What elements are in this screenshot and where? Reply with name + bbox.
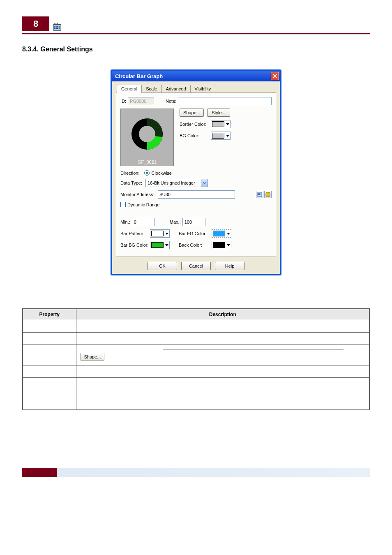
keypad-button[interactable]	[256, 191, 263, 198]
min-label: Min.:	[120, 220, 130, 224]
keypad-icon	[257, 192, 262, 197]
table-row	[23, 333, 369, 345]
tab-scale[interactable]: Scale	[141, 85, 162, 92]
svg-rect-1	[54, 26, 55, 28]
max-label: Max.:	[170, 220, 181, 224]
bar-bg-color-picker[interactable]	[150, 241, 170, 249]
data-type-select[interactable]: 16-Bit Unsigned Integer	[145, 179, 208, 187]
ok-button[interactable]: OK	[148, 262, 177, 270]
id-label: ID:	[120, 99, 126, 104]
svg-rect-7	[57, 28, 58, 29]
tab-advanced[interactable]: Advanced	[161, 85, 191, 92]
min-field[interactable]: 0	[132, 218, 155, 226]
close-icon	[272, 74, 277, 79]
table-row: Shape...	[23, 345, 369, 365]
svg-rect-12	[258, 193, 259, 194]
bar-fg-label: Bar FG Color:	[179, 231, 210, 236]
id-field: PG0000	[128, 97, 154, 105]
circular-graph-icon	[129, 116, 165, 152]
svg-rect-18	[266, 192, 270, 197]
monitor-address-label: Monitor Address:	[120, 192, 154, 197]
direction-clockwise-label: Clockwise	[151, 171, 172, 176]
help-button[interactable]: Help	[215, 262, 244, 270]
border-color-picker[interactable]	[211, 120, 231, 128]
divider	[163, 349, 344, 349]
header-rule-shadow	[22, 35, 370, 35]
shape-preview: GF_0021	[120, 109, 174, 166]
bg-color-label: BG Color:	[180, 133, 209, 138]
direction-clockwise-radio[interactable]	[144, 170, 150, 176]
border-color-label: Border Color:	[180, 122, 209, 127]
table-row	[23, 378, 369, 390]
chapter-number: 8	[22, 16, 49, 31]
note-label: Note:	[166, 99, 176, 104]
dialog-circular-bar-graph: Circular Bar Graph General Scale Advance…	[111, 69, 281, 275]
svg-rect-4	[59, 26, 60, 28]
bar-fg-color-picker[interactable]	[212, 229, 231, 238]
shape-button[interactable]: Shape...	[180, 109, 204, 117]
bar-pattern-label: Bar Pattern:	[120, 231, 148, 236]
svg-rect-17	[261, 194, 261, 195]
chevron-down-icon	[201, 179, 208, 187]
svg-rect-16	[259, 194, 260, 195]
data-type-value: 16-Bit Unsigned Integer	[146, 180, 201, 186]
tab-general[interactable]: General	[117, 85, 142, 93]
monitor-address-field[interactable]: $U80	[158, 190, 235, 199]
document-icon	[53, 22, 62, 31]
tag-browse-button[interactable]	[264, 191, 272, 198]
cancel-button[interactable]: Cancel	[181, 262, 211, 270]
header-rule	[22, 33, 370, 34]
section-heading: 8.3.4. General Settings	[22, 46, 370, 53]
tab-visibility[interactable]: Visibility	[190, 85, 216, 92]
col-description: Description	[76, 309, 369, 320]
close-button[interactable]	[271, 72, 279, 80]
table-row	[23, 320, 369, 333]
bar-pattern-picker[interactable]	[150, 229, 170, 238]
note-field[interactable]	[178, 97, 272, 105]
svg-rect-6	[55, 28, 57, 29]
style-button[interactable]: Style...	[207, 109, 230, 117]
shape-button-inline: Shape...	[81, 353, 105, 361]
property-description-table: Property Description Shape...	[22, 308, 370, 410]
max-field[interactable]: 100	[182, 218, 205, 226]
svg-rect-5	[54, 28, 55, 29]
svg-rect-2	[55, 26, 57, 28]
direction-label: Direction:	[120, 171, 139, 176]
svg-rect-14	[261, 193, 261, 194]
dialog-title: Circular Bar Graph	[115, 73, 163, 79]
col-property: Property	[23, 309, 76, 320]
tag-icon	[265, 192, 270, 197]
dynamic-range-label: Dynamic Range	[127, 202, 159, 207]
back-color-picker[interactable]	[212, 241, 231, 249]
dynamic-range-checkbox[interactable]	[120, 202, 126, 207]
svg-rect-15	[258, 194, 259, 195]
svg-rect-13	[259, 193, 260, 194]
svg-rect-3	[57, 26, 58, 28]
back-color-label: Back Color:	[179, 243, 210, 247]
table-row	[23, 390, 369, 410]
svg-rect-8	[59, 28, 60, 29]
table-row	[23, 365, 369, 378]
preview-label: GF_0021	[138, 159, 157, 165]
bg-color-picker[interactable]	[211, 132, 231, 140]
data-type-label: Data Type:	[120, 180, 142, 185]
svg-point-10	[139, 126, 155, 142]
page-footer	[22, 468, 370, 477]
bar-bg-label: Bar BG Color:	[120, 243, 148, 247]
